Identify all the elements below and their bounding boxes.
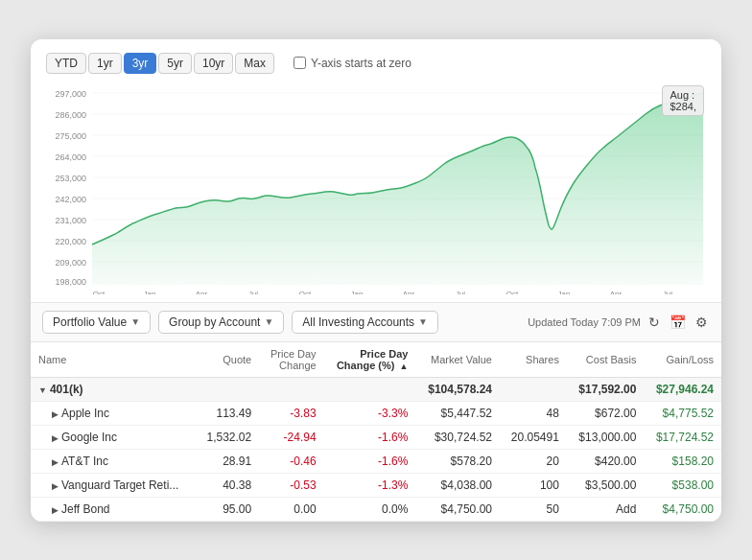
- group-market-value: $104,578.24: [415, 377, 500, 401]
- col-quote: Quote: [196, 342, 259, 378]
- group-shares: [500, 377, 567, 401]
- time-btn-10yr[interactable]: 10yr: [194, 53, 233, 74]
- row-shares: 100: [500, 473, 567, 497]
- row-cost-basis: Add: [567, 497, 645, 521]
- row-day-change: -0.53: [259, 473, 323, 497]
- row-quote: 1,532.02: [196, 425, 259, 449]
- group-by-account-dropdown[interactable]: Group by Account ▼: [158, 311, 284, 334]
- group-day-change-pct: [324, 377, 416, 401]
- time-btn-5yr[interactable]: 5yr: [158, 53, 192, 74]
- svg-text:Oct: Oct: [299, 290, 312, 294]
- row-day-change: -0.46: [259, 449, 323, 473]
- row-shares: 48: [500, 401, 567, 425]
- y-axis-checkbox-label[interactable]: Y-axis starts at zero: [294, 57, 411, 70]
- row-name: ▶Apple Inc: [31, 401, 196, 425]
- tooltip-value: $284,: [670, 101, 696, 112]
- chart-section: YTD 1yr 3yr 5yr 10yr Max Y-axis starts a…: [31, 39, 721, 302]
- group-row: ▼401(k) $104,578.24 $17,592.00 $27,946.2…: [31, 377, 721, 401]
- svg-text:264,000: 264,000: [55, 152, 86, 162]
- group-quote: [196, 377, 259, 401]
- row-market-value: $5,447.52: [415, 401, 500, 425]
- all-investing-accounts-dropdown[interactable]: All Investing Accounts ▼: [292, 311, 438, 334]
- time-btn-ytd[interactable]: YTD: [46, 53, 86, 74]
- group-name: ▼401(k): [31, 377, 196, 401]
- row-name: ▶AT&T Inc: [31, 449, 196, 473]
- updated-info: Updated Today 7:09 PM ↻ 📅 ⚙: [528, 313, 710, 332]
- sort-arrow-icon: ▲: [399, 362, 408, 371]
- table-row: ▶Vanguard Target Reti... 40.38 -0.53 -1.…: [31, 473, 721, 497]
- settings-icon-button[interactable]: ⚙: [693, 313, 710, 332]
- calendar-icon-button[interactable]: 📅: [668, 313, 688, 332]
- row-day-change-pct: -1.6%: [324, 449, 416, 473]
- group-day-change: [259, 377, 323, 401]
- svg-text:Apr: Apr: [403, 290, 415, 294]
- time-controls: YTD 1yr 3yr 5yr 10yr Max Y-axis starts a…: [46, 53, 706, 74]
- row-shares: 50: [500, 497, 567, 521]
- row-day-change-pct: -1.6%: [324, 425, 416, 449]
- controls-bar: Portfolio Value ▼ Group by Account ▼ All…: [31, 302, 721, 342]
- portfolio-value-dropdown[interactable]: Portfolio Value ▼: [42, 311, 151, 334]
- row-market-value: $30,724.52: [415, 425, 500, 449]
- svg-text:286,000: 286,000: [55, 110, 86, 120]
- svg-text:Oct: Oct: [93, 290, 106, 294]
- updated-text: Updated Today 7:09 PM: [528, 316, 641, 328]
- group-gain-loss: $27,946.24: [644, 377, 721, 401]
- col-market-value: Market Value: [415, 342, 500, 378]
- svg-text:297,000: 297,000: [55, 89, 86, 99]
- svg-text:Jul: Jul: [456, 290, 465, 294]
- chart-tooltip: Aug : $284,: [662, 85, 704, 116]
- y-axis-checkbox-input[interactable]: [294, 57, 306, 69]
- row-day-change-pct: -1.3%: [324, 473, 416, 497]
- svg-text:209,000: 209,000: [55, 258, 86, 268]
- col-name: Name: [31, 342, 196, 378]
- holdings-table: Name Quote Price DayChange Price DayChan…: [31, 342, 721, 522]
- holdings-table-section: Name Quote Price DayChange Price DayChan…: [31, 342, 721, 522]
- col-day-change: Price DayChange: [259, 342, 323, 378]
- time-btn-1yr[interactable]: 1yr: [88, 53, 122, 74]
- row-market-value: $4,038.00: [415, 473, 500, 497]
- row-name: ▶Vanguard Target Reti...: [31, 473, 196, 497]
- time-btn-3yr[interactable]: 3yr: [124, 53, 157, 74]
- row-gain-loss: $4,750.00: [644, 497, 721, 521]
- row-quote: 113.49: [196, 401, 259, 425]
- svg-text:Oct: Oct: [506, 290, 519, 294]
- row-day-change-pct: 0.0%: [324, 497, 416, 521]
- col-gain-loss: Gain/Loss: [644, 342, 721, 378]
- chart-svg: 297,000 286,000 275,000 264,000 253,000 …: [46, 83, 706, 294]
- main-card: YTD 1yr 3yr 5yr 10yr Max Y-axis starts a…: [31, 39, 721, 522]
- row-gain-loss: $17,724.52: [644, 425, 721, 449]
- table-row: ▶AT&T Inc 28.91 -0.46 -1.6% $578.20 20 $…: [31, 449, 721, 473]
- y-axis-checkbox-text: Y-axis starts at zero: [311, 57, 411, 70]
- col-day-change-pct[interactable]: Price DayChange (%) ▲: [324, 342, 416, 378]
- group-by-account-arrow-icon: ▼: [264, 316, 273, 327]
- row-day-change: -3.83: [259, 401, 323, 425]
- row-name: ▶Google Inc: [31, 425, 196, 449]
- time-btn-max[interactable]: Max: [235, 53, 274, 74]
- row-quote: 28.91: [196, 449, 259, 473]
- row-name: ▶Jeff Bond: [31, 497, 196, 521]
- svg-text:Jul: Jul: [663, 290, 672, 294]
- row-gain-loss: $158.20: [644, 449, 721, 473]
- row-quote: 95.00: [196, 497, 259, 521]
- row-gain-loss: $4,775.52: [644, 401, 721, 425]
- svg-text:231,000: 231,000: [55, 216, 86, 225]
- table-row: ▶Jeff Bond 95.00 0.00 0.0% $4,750.00 50 …: [31, 497, 721, 521]
- row-cost-basis: $3,500.00: [567, 473, 645, 497]
- all-investing-accounts-label: All Investing Accounts: [302, 315, 414, 329]
- chart-area: 297,000 286,000 275,000 264,000 253,000 …: [46, 83, 706, 294]
- col-shares: Shares: [500, 342, 567, 378]
- row-day-change: 0.00: [259, 497, 323, 521]
- portfolio-value-arrow-icon: ▼: [130, 316, 140, 327]
- table-row: ▶Google Inc 1,532.02 -24.94 -1.6% $30,72…: [31, 425, 721, 449]
- row-cost-basis: $672.00: [567, 401, 645, 425]
- refresh-button[interactable]: ↻: [646, 313, 662, 332]
- svg-text:198,000: 198,000: [55, 277, 86, 287]
- row-cost-basis: $13,000.00: [567, 425, 645, 449]
- svg-text:242,000: 242,000: [55, 195, 86, 204]
- row-day-change: -24.94: [259, 425, 323, 449]
- row-market-value: $4,750.00: [415, 497, 500, 521]
- tooltip-label: Aug :: [670, 89, 696, 101]
- row-gain-loss: $538.00: [644, 473, 721, 497]
- svg-text:275,000: 275,000: [55, 131, 86, 141]
- add-cost-basis-link[interactable]: Add: [616, 502, 636, 516]
